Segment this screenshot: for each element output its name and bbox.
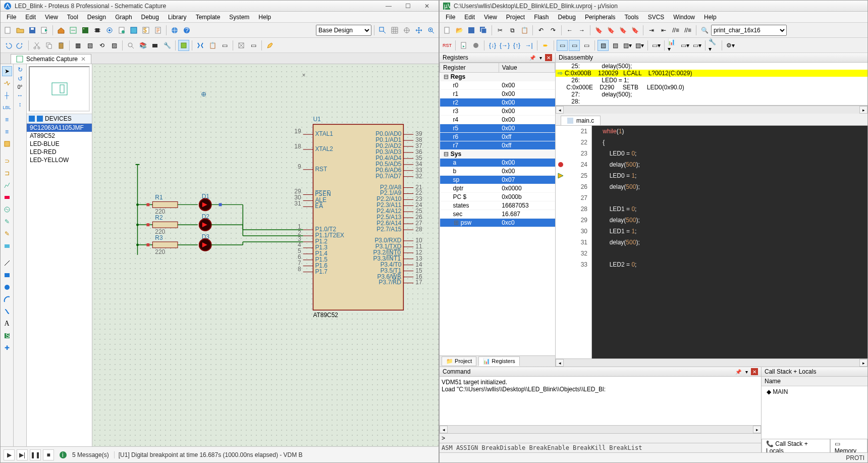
new-file-icon[interactable] [442,25,453,36]
design-selector[interactable]: Base Design [316,25,371,36]
device-item[interactable]: 9C12063A1105JMF [27,124,92,132]
drc-icon[interactable] [128,25,139,36]
reg-row[interactable]: sec16.687 [440,210,555,219]
block-delete-icon[interactable]: ▨ [108,40,120,51]
reg-group[interactable]: ⊟ Regs [440,73,555,81]
serial-win-icon[interactable]: ▭▾ [650,40,662,51]
cmd-hscroll[interactable]: ◂▸ [440,425,761,433]
symbols-win-icon[interactable]: ▭ [581,40,592,51]
line-tool-icon[interactable] [2,258,12,268]
junction-tool-icon[interactable]: ┼ [2,90,12,100]
registers-win-icon[interactable]: ▤ [598,40,609,51]
block-copy-icon[interactable]: ▦ [72,40,83,51]
cmd-win-icon[interactable]: ▭ [557,40,568,51]
close-project-icon[interactable] [39,25,50,36]
gutter-line[interactable]: 24 [556,159,591,170]
menu-project[interactable]: Project [502,13,529,22]
code-line[interactable]: LED1 = 0; [596,203,863,215]
gutter-line[interactable]: 26 [556,181,591,192]
run-icon[interactable] [458,40,469,51]
wrench-icon[interactable]: 🔧 [161,40,173,51]
tab-close-icon[interactable]: ✕ [81,56,86,63]
undo2-icon[interactable]: ↶ [535,25,547,36]
device-item[interactable]: LED-RED [27,148,92,156]
generator-tool-icon[interactable] [2,204,12,215]
device-item[interactable]: LED-BLUE [27,140,92,148]
tab-main-c[interactable]: main.c [561,116,601,125]
reg-group[interactable]: ⊟ Sys [440,150,555,159]
bookmark-clear-icon[interactable]: 🔖 [629,25,640,36]
disasm-line[interactable]: ⇨C:0x000B 120029 LCALL L?0012(C:0029) [556,70,867,77]
help-icon[interactable]: ? [181,25,192,36]
command-input[interactable]: > [440,433,761,443]
arc-tool-icon[interactable] [2,294,12,304]
rot-cw-icon[interactable]: ↻ [18,66,23,73]
code-line[interactable] [596,248,863,259]
reg-row[interactable]: sp0x07 [440,176,555,184]
cut-icon[interactable] [31,40,42,51]
open-file-icon[interactable]: 📂 [454,25,465,36]
gutter-line[interactable]: 25 [556,170,591,181]
code-line[interactable]: delay(500); [596,181,863,192]
editor-code[interactable]: while(1) { LED0 = 0; delay(500); LED0 = … [592,126,867,358]
comment-icon[interactable]: //≡ [670,25,681,36]
disasm-line[interactable]: 26: LED0 = 1; [556,77,867,84]
tape-tool-icon[interactable] [2,192,12,202]
command-output[interactable]: VDM51 target initialized.Load "C:\\Users… [440,377,761,425]
device-item[interactable]: AT89C52 [27,132,92,140]
editor-gutter[interactable]: 21222324252627282930313233 [556,126,592,358]
reg-row[interactable]: dptr0x0000 [440,184,555,193]
menu-design[interactable]: Design [83,13,110,22]
new-project-icon[interactable] [3,25,14,36]
box-tool-icon[interactable] [2,270,12,280]
menu-edit[interactable]: Edit [460,13,479,22]
menu-help[interactable]: Help [700,13,721,22]
terminal-tool-icon[interactable]: ⊃ [2,156,12,166]
probe-v-tool-icon[interactable]: ✎ [2,217,12,227]
device-item[interactable]: LED-YELLOW [27,156,92,164]
menu-edit[interactable]: Edit [21,13,40,22]
reg-row[interactable]: b0x00 [440,167,555,176]
pointer-tool-icon[interactable]: ➤ [2,66,12,76]
watch-win-icon[interactable]: ▤▾ [622,40,633,51]
flip-h-icon[interactable]: ↔ [17,92,23,99]
reg-row[interactable]: states16687053 [440,201,555,210]
zoom-area-icon[interactable] [377,25,388,36]
gutter-line[interactable]: 21 [556,126,591,137]
menu-graph[interactable]: Graph [111,13,136,22]
code-line[interactable] [596,192,863,203]
code-line[interactable]: LED0 = 0; [596,148,863,159]
select-mode-icon[interactable] [178,40,189,51]
code-line[interactable]: { [596,137,863,148]
circle-tool-icon[interactable] [2,282,12,292]
reg-row[interactable]: r20x00 [440,98,555,107]
editor-hscroll[interactable]: ◂▸ [556,358,867,367]
pcb-icon[interactable] [80,25,91,36]
disasm-line[interactable]: C:0x000E D290 SETB LED0(0x90.0) [556,84,867,91]
menu-debug[interactable]: Debug [554,13,580,22]
library-icon[interactable]: 📚 [137,40,148,51]
system-viewer-icon[interactable]: ▭▾ [691,40,702,51]
menu-svcs[interactable]: SVCS [644,13,669,22]
marker-tool-icon[interactable]: ✚ [2,343,12,353]
reg-row[interactable]: PC $0x000b [440,193,555,201]
pin-tool-icon[interactable]: ⊐ [2,168,12,178]
bom-icon[interactable] [116,25,127,36]
redo-icon[interactable] [15,40,26,51]
code-line[interactable]: delay(500); [596,159,863,170]
gutter-line[interactable]: 31 [556,237,591,248]
undo-icon[interactable] [3,40,14,51]
code-line[interactable]: delay(500); [596,237,863,248]
schematic-icon[interactable] [68,25,79,36]
dropdown-icon[interactable]: ▾ [537,54,544,61]
reg-row[interactable]: a0x00 [440,159,555,167]
dropdown-icon[interactable]: ▾ [743,368,750,375]
chip-icon[interactable] [92,25,103,36]
code-line[interactable]: LED2 = 0; [596,259,863,270]
zoom-in-icon[interactable] [425,25,437,36]
panel-tab-registers[interactable]: 📊 Registers [478,356,520,366]
registers-table[interactable]: RegisterValue ⊟ Regsr00x00r10x00r20x00r3… [440,63,555,355]
disasm-hscroll[interactable]: ◂▸ [556,106,867,114]
save-icon[interactable] [27,25,38,36]
code-line[interactable]: LED1 = 1; [596,226,863,237]
